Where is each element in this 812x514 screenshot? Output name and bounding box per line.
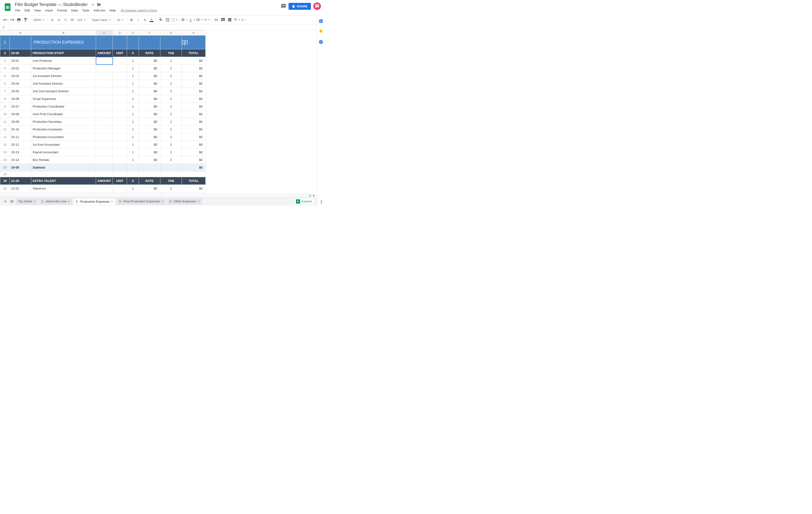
rate-cell[interactable]: $0 bbox=[139, 87, 161, 95]
tasks-icon[interactable] bbox=[319, 39, 323, 44]
menu-data[interactable]: Data bbox=[69, 8, 80, 13]
total-cell[interactable]: $0 bbox=[182, 126, 206, 133]
total-cell[interactable]: $0 bbox=[182, 185, 206, 192]
column-header[interactable]: A bbox=[10, 30, 31, 35]
amount-cell[interactable] bbox=[96, 95, 113, 103]
decrease-decimal-icon[interactable]: .0↓ bbox=[62, 17, 68, 23]
unit-cell[interactable] bbox=[113, 57, 127, 64]
row-header[interactable]: 11 bbox=[0, 118, 10, 126]
total-cell[interactable]: $0 bbox=[182, 64, 206, 72]
x-cell[interactable]: 1 bbox=[127, 103, 139, 110]
total-cell[interactable]: $0 bbox=[182, 72, 206, 80]
unit-cell[interactable] bbox=[113, 141, 127, 148]
row-header[interactable]: 12 bbox=[0, 126, 10, 133]
unit-cell[interactable] bbox=[113, 156, 127, 164]
row-header[interactable]: 4 bbox=[0, 64, 10, 72]
print-icon[interactable] bbox=[16, 17, 22, 23]
row-code[interactable]: 20-09 bbox=[10, 118, 31, 126]
x-cell[interactable]: 1 bbox=[127, 64, 139, 72]
row-name[interactable]: Line Producer bbox=[31, 57, 96, 64]
show-sidepanel-icon[interactable]: ❯ bbox=[320, 200, 323, 204]
column-header[interactable]: D bbox=[113, 30, 127, 35]
total-cell[interactable]: $0 bbox=[182, 95, 206, 103]
explore-button[interactable]: ✦ Explore bbox=[293, 198, 315, 205]
sheet-tab[interactable]: 3 - Post-Production Expenses▼ bbox=[117, 198, 166, 205]
x-cell[interactable]: 1 bbox=[127, 110, 139, 118]
select-all-corner[interactable] bbox=[0, 30, 10, 35]
comment-bubble-icon[interactable] bbox=[182, 35, 206, 49]
sheet-tab[interactable]: 4 - Other Expenses▼ bbox=[167, 198, 202, 205]
share-button[interactable]: SHARE bbox=[289, 3, 311, 10]
column-header[interactable]: C bbox=[96, 30, 113, 35]
row-code[interactable]: 20-07 bbox=[10, 103, 31, 110]
text-wrap-icon[interactable]: ▼ bbox=[196, 17, 203, 23]
x-cell[interactable]: 1 bbox=[127, 185, 139, 192]
menu-file[interactable]: File bbox=[13, 8, 22, 13]
row-name[interactable]: 2nd 2nd Assistant Director bbox=[31, 87, 96, 95]
italic-icon[interactable]: I bbox=[135, 17, 141, 23]
paint-format-icon[interactable] bbox=[22, 17, 29, 23]
total-cell[interactable]: $0 bbox=[182, 103, 206, 110]
total-cell[interactable]: $0 bbox=[182, 156, 206, 164]
row-code[interactable]: 20-08 bbox=[10, 110, 31, 118]
calendar-icon[interactable]: 31 bbox=[319, 19, 323, 23]
x-cell[interactable]: 1 bbox=[127, 80, 139, 87]
chevron-down-icon[interactable]: ▼ bbox=[198, 200, 200, 202]
unit-cell[interactable] bbox=[113, 110, 127, 118]
row-name[interactable]: 1st Asst Accountant bbox=[31, 141, 96, 148]
tab-cell[interactable]: 2 bbox=[161, 64, 182, 72]
section-code[interactable]: 21-00 bbox=[10, 177, 31, 185]
save-status[interactable]: All changes saved in Drive bbox=[118, 8, 160, 13]
rate-cell[interactable]: $0 bbox=[139, 118, 161, 126]
total-cell[interactable]: $0 bbox=[182, 110, 206, 118]
rate-cell[interactable]: $0 bbox=[139, 57, 161, 64]
row-code[interactable]: 21-01 bbox=[10, 185, 31, 192]
x-cell[interactable]: 1 bbox=[127, 148, 139, 156]
row-header[interactable]: 3 bbox=[0, 57, 10, 64]
tab-cell[interactable]: 2 bbox=[161, 118, 182, 126]
chevron-down-icon[interactable]: ▼ bbox=[34, 200, 36, 202]
sheet-tab[interactable]: 1 - Above the Line▼ bbox=[39, 198, 72, 205]
total-cell[interactable]: $0 bbox=[182, 87, 206, 95]
rate-cell[interactable]: $0 bbox=[139, 64, 161, 72]
row-code[interactable]: 20-12 bbox=[10, 141, 31, 148]
functions-icon[interactable]: Σ▼ bbox=[241, 17, 247, 23]
row-header[interactable]: 18 bbox=[0, 171, 10, 177]
tab-cell[interactable]: 2 bbox=[161, 57, 182, 64]
unit-cell[interactable] bbox=[113, 80, 127, 87]
tab-cell[interactable]: 2 bbox=[161, 133, 182, 141]
rate-cell[interactable]: $0 bbox=[139, 141, 161, 148]
chevron-down-icon[interactable]: ▼ bbox=[111, 200, 113, 202]
rate-cell[interactable]: $0 bbox=[139, 185, 161, 192]
unit-cell[interactable] bbox=[113, 103, 127, 110]
row-header[interactable]: 15 bbox=[0, 148, 10, 156]
tab-cell[interactable]: 2 bbox=[161, 87, 182, 95]
font-dropdown[interactable]: Open Sans▼ bbox=[90, 17, 113, 23]
vertical-align-icon[interactable]: ▼ bbox=[188, 17, 195, 23]
zoom-dropdown[interactable]: 100%▼ bbox=[32, 17, 46, 23]
rate-cell[interactable]: $0 bbox=[139, 156, 161, 164]
x-cell[interactable]: 1 bbox=[127, 72, 139, 80]
merge-cells-icon[interactable]: ▼ bbox=[171, 17, 178, 23]
row-header[interactable]: 14 bbox=[0, 141, 10, 148]
row-header[interactable]: 16 bbox=[0, 156, 10, 164]
rate-cell[interactable]: $0 bbox=[139, 103, 161, 110]
row-name[interactable]: Payroll Accountant bbox=[31, 148, 96, 156]
menu-addons[interactable]: Add-ons bbox=[92, 8, 107, 13]
tab-cell[interactable]: 2 bbox=[161, 95, 182, 103]
row-header[interactable]: 7 bbox=[0, 87, 10, 95]
row-header[interactable]: 13 bbox=[0, 133, 10, 141]
tab-cell[interactable]: 2 bbox=[161, 126, 182, 133]
x-cell[interactable]: 1 bbox=[127, 126, 139, 133]
unit-cell[interactable] bbox=[113, 64, 127, 72]
add-sheet-icon[interactable] bbox=[2, 198, 8, 205]
increase-decimal-icon[interactable]: .00↑ bbox=[69, 17, 75, 23]
amount-cell[interactable] bbox=[96, 148, 113, 156]
unit-cell[interactable] bbox=[113, 95, 127, 103]
tab-cell[interactable]: 2 bbox=[161, 103, 182, 110]
document-title[interactable]: FIlm Budget Template — StudioBinder bbox=[13, 2, 89, 7]
scroll-left-icon[interactable]: ◀ bbox=[308, 194, 311, 197]
section-code[interactable]: 20-00 bbox=[10, 49, 31, 57]
tab-cell[interactable]: 2 bbox=[161, 156, 182, 164]
rate-cell[interactable]: $0 bbox=[139, 126, 161, 133]
